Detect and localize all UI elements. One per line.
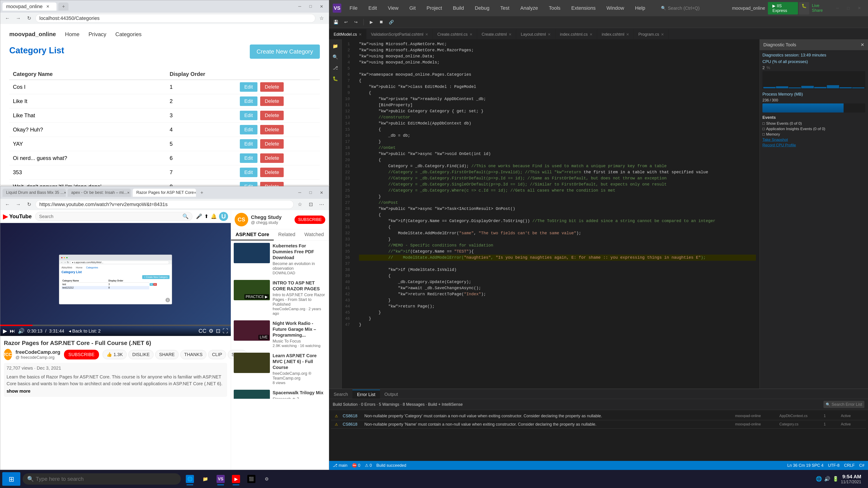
vs-search-activity-btn[interactable]: 🔍 — [331, 53, 340, 61]
yt-minimize-btn[interactable]: ─ — [294, 188, 305, 198]
yt-avatar[interactable]: U — [219, 212, 228, 221]
vs-tab[interactable]: EditModel.cs✕ — [329, 29, 366, 39]
yt-tab-2[interactable]: apex - Or be best: Insah – mi... ✕ — [68, 189, 131, 197]
yt-dislike-btn[interactable]: DISLIKE — [128, 350, 153, 359]
yt-subscribe-btn[interactable]: SUBSCRIBE — [64, 350, 99, 359]
taskbar-search-input[interactable] — [36, 476, 176, 482]
vs-error-search[interactable]: 🔍 Search Error List — [824, 401, 864, 408]
vs-explorer-btn[interactable]: 📁 — [331, 42, 340, 50]
edit-btn[interactable]: Edit — [240, 125, 257, 134]
vs-search-bar[interactable]: 🔍 Search (Ctrl+Q) — [659, 4, 726, 12]
vs-tab-close[interactable]: ✕ — [425, 32, 428, 37]
yt-url-bar[interactable]: https://www.youtube.com/watch?v=erv2emvq… — [35, 200, 293, 209]
taskbar-app-explorer[interactable]: 📁 — [198, 472, 212, 486]
yt-clip-btn[interactable]: CLIP — [208, 350, 226, 359]
yt-upload-btn[interactable]: ⬆ — [204, 214, 209, 219]
yt-reload-btn[interactable]: ↻ — [25, 200, 34, 209]
vs-menu-window[interactable]: Window — [604, 4, 627, 12]
create-category-btn[interactable]: Create New Category — [250, 44, 320, 59]
vs-tab-close[interactable]: ✕ — [548, 32, 551, 37]
vs-menu-test[interactable]: Test — [498, 4, 512, 12]
vs-menu-git[interactable]: Git — [407, 4, 418, 12]
taskbar-search[interactable]: 🔍 — [23, 473, 181, 485]
vs-memory-events-btn[interactable]: □ Memory — [763, 132, 865, 137]
yt-likes-btn[interactable]: 👍 1.3K — [103, 350, 127, 359]
yt-logo[interactable]: ▶ YouTube — [3, 213, 32, 220]
yt-skip-btn[interactable]: ⏭ — [10, 328, 15, 334]
inner-edit-btn[interactable]: ✎ — [150, 283, 153, 286]
vs-search-tab[interactable]: Search — [329, 390, 352, 399]
inner-info-btn[interactable]: ℹ — [165, 298, 170, 302]
yt-tab-active[interactable]: Razor Pages for ASP NET Core ✕ — [133, 189, 196, 197]
delete-btn[interactable]: Delete — [260, 168, 284, 177]
delete-btn[interactable]: Delete — [260, 111, 284, 120]
vs-menu-help[interactable]: Help — [632, 4, 648, 12]
vs-menu-build[interactable]: Build — [450, 4, 467, 12]
yt-close-btn[interactable]: ✕ — [316, 188, 327, 198]
vs-logo[interactable]: VS — [333, 4, 341, 13]
yt-thanks-btn[interactable]: THANKS — [180, 350, 206, 359]
vs-record-cpu-btn[interactable]: Record CPU Profile — [763, 143, 865, 148]
yt-theater-btn[interactable]: ⊡ — [216, 328, 220, 334]
vs-tab-close[interactable]: ✕ — [590, 32, 592, 37]
delete-btn[interactable]: Delete — [260, 153, 284, 163]
vs-attach-btn[interactable]: 🔗 — [387, 18, 395, 26]
yt-sidebar-subscribe-btn[interactable]: SUBSCRIBE — [294, 216, 325, 224]
yt-video-item[interactable]: PRACTICE ▶ INTRO TO ASP NET CORE RAZOR P… — [231, 278, 329, 318]
bookmark-btn[interactable]: ☆ — [317, 14, 326, 23]
delete-btn[interactable]: Delete — [260, 139, 284, 149]
vs-menu-analyze[interactable]: Analyze — [518, 4, 541, 12]
yt-share-btn[interactable]: SHARE — [155, 350, 179, 359]
yt-captions-btn[interactable]: CC — [198, 328, 206, 334]
vs-start-btn[interactable]: ▶ — [367, 18, 375, 26]
vs-tab-close[interactable]: ✕ — [626, 32, 629, 37]
yt-show-more-btn[interactable]: show more — [6, 389, 31, 394]
yt-tab-asp[interactable]: ASP.NET Core — [231, 229, 274, 240]
vs-menu-project[interactable]: Project — [424, 4, 445, 12]
maximize-btn[interactable]: □ — [305, 1, 316, 12]
yt-maximize-btn[interactable]: □ — [305, 188, 316, 198]
yt-play-btn[interactable]: ▶ — [3, 328, 7, 334]
reload-btn[interactable]: ↻ — [25, 14, 34, 23]
vs-stop-btn[interactable]: ⏹ — [377, 18, 385, 26]
inner-delete-btn[interactable]: ✕ — [153, 283, 157, 286]
yt-video-item[interactable]: Spacenwalk Trilogy Mix Stereosch ★ 2 2 v… — [231, 387, 329, 399]
vs-redo-btn[interactable]: ↪ — [352, 18, 360, 26]
vs-debug-btn[interactable]: 🐛 — [799, 2, 809, 14]
inner-close[interactable]: ● — [61, 256, 63, 259]
vs-git-btn[interactable]: ⎇ — [331, 64, 340, 72]
vs-debug-activity-btn[interactable]: 🐛 — [331, 74, 340, 83]
yt-video-item[interactable]: Learn ASP.NET Core MVC (.NET 6) - Full C… — [231, 350, 329, 387]
vs-menu-file[interactable]: File — [347, 4, 360, 12]
vs-diagnostics-close-btn[interactable]: ✕ — [861, 42, 864, 47]
vs-menu-tools[interactable]: Tools — [546, 4, 563, 12]
inner-min[interactable]: ● — [64, 256, 65, 259]
vs-take-snapshot-btn[interactable]: Take Snapshot — [763, 138, 865, 142]
yt-search[interactable]: Search 🔍 — [35, 212, 192, 221]
nav-privacy[interactable]: Privacy — [89, 31, 106, 37]
inner-max[interactable]: ● — [66, 256, 68, 259]
start-btn[interactable]: ⊞ — [2, 472, 20, 486]
yt-mic-btn[interactable]: 🎤 — [196, 214, 202, 219]
vs-tab-close[interactable]: ✕ — [359, 32, 362, 37]
edit-btn[interactable]: Edit — [240, 111, 257, 120]
vs-error-list-tab[interactable]: Error List — [352, 390, 380, 399]
edit-btn[interactable]: Edit — [240, 139, 257, 149]
yt-back-btn[interactable]: ← — [3, 200, 12, 209]
vs-menu-view[interactable]: View — [385, 4, 401, 12]
yt-forward-btn[interactable]: → — [14, 200, 23, 209]
yt-volume-btn[interactable]: 🔊 — [18, 328, 25, 334]
vs-output-tab[interactable]: Output — [380, 390, 403, 399]
yt-tab-1-close[interactable]: ✕ — [64, 189, 66, 197]
yt-tab-1[interactable]: Liquid Drum and Bass Mix 35 ... ✕ — [2, 189, 66, 197]
yt-tab-watched[interactable]: Watched — [300, 229, 329, 240]
yt-video-item[interactable]: LIVE Night Work Radio - Future Garage Mi… — [231, 318, 329, 350]
delete-btn[interactable]: Delete — [260, 96, 284, 106]
taskbar-app-yt[interactable]: ▶ — [229, 472, 243, 486]
edit-btn[interactable]: Edit — [240, 153, 257, 163]
yt-tab-2-close[interactable]: ✕ — [127, 189, 130, 197]
yt-bookmark-btn[interactable]: ☆ — [296, 200, 305, 209]
vs-menu-debug[interactable]: Debug — [472, 4, 492, 12]
yt-cast-btn[interactable]: ⊡ — [306, 200, 315, 209]
forward-btn[interactable]: → — [14, 14, 23, 23]
